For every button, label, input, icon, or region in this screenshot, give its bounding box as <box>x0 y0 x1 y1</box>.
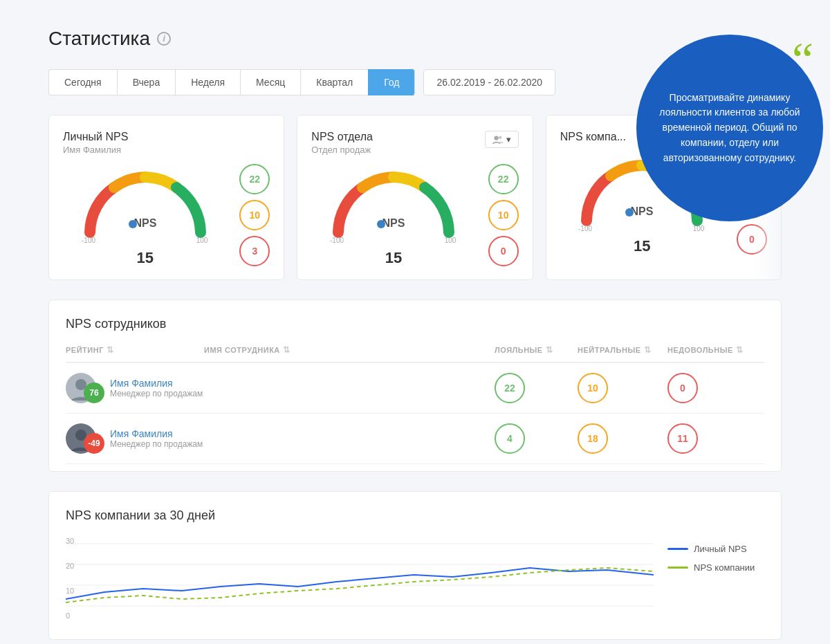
tab-today[interactable]: Сегодня <box>48 69 117 95</box>
badge-detractor-company: 0 <box>737 224 767 255</box>
chart-legend: Личный NPS NPS компании <box>667 537 764 625</box>
svg-text:NPS: NPS <box>133 217 156 229</box>
badge-detractor-personal: 3 <box>239 236 270 266</box>
th-rating: РЕЙТИНГ ⇅ <box>66 345 204 355</box>
employees-section: NPS сотрудников РЕЙТИНГ ⇅ ИМЯ СОТРУДНИКА… <box>48 300 782 472</box>
tab-yesterday[interactable]: Вчера <box>117 69 176 95</box>
employee-role-2: Менеджер по продажам <box>110 439 203 449</box>
nps-dept-badges: 22 10 0 <box>488 164 519 266</box>
nps-company-value: 15 <box>560 237 724 255</box>
svg-text:-100: -100 <box>578 225 592 232</box>
tab-week[interactable]: Неделя <box>175 69 240 95</box>
svg-text:-100: -100 <box>330 237 344 244</box>
svg-point-7 <box>377 220 385 228</box>
tooltip-bubble: “ Просматривайте динамику лояльности кли… <box>636 35 823 221</box>
nps-card-personal-title: Личный NPS <box>63 131 270 143</box>
svg-point-4 <box>494 136 498 140</box>
th-name: ИМЯ СОТРУДНИКА ⇅ <box>204 345 495 355</box>
legend-item-personal: Личный NPS <box>667 544 764 554</box>
neutral-badge-1: 10 <box>578 373 608 403</box>
unsatisfied-cell-1: 0 <box>667 373 764 403</box>
loyal-badge-2: 4 <box>495 423 525 454</box>
tooltip-text: Просматривайте динамику лояльности клиен… <box>636 70 823 186</box>
svg-text:100: 100 <box>196 237 208 244</box>
nps-card-department: NPS отдела Отдел продаж ▾ <box>297 115 533 280</box>
neutral-badge-2: 18 <box>578 423 608 454</box>
date-range: 26.02.2019 - 26.02.2020 <box>423 69 555 95</box>
sort-loyal-icon[interactable]: ⇅ <box>546 345 553 355</box>
y-label-20: 20 <box>66 562 74 570</box>
department-select-button[interactable]: ▾ <box>485 131 519 148</box>
nps-dept-value: 15 <box>311 249 475 267</box>
svg-text:NPS: NPS <box>382 217 405 229</box>
loyal-badge-1: 22 <box>495 373 525 403</box>
y-label-10: 10 <box>66 587 74 595</box>
neutral-cell-2: 18 <box>578 423 667 454</box>
th-unsatisfied: НЕДОВОЛЬНЫЕ ⇅ <box>667 345 764 355</box>
svg-point-1 <box>129 220 137 228</box>
badge-detractor-dept: 0 <box>488 236 519 266</box>
unsat-badge-2: 11 <box>667 423 698 454</box>
employees-section-title: NPS сотрудников <box>66 317 764 331</box>
employee-cell-1: 76 Имя Фамилия Менеджер по продажам <box>66 373 204 403</box>
chart-svg <box>66 537 654 620</box>
th-neutral: НЕЙТРАЛЬНЫЕ ⇅ <box>578 345 667 355</box>
score-badge-1: 76 <box>84 383 104 403</box>
svg-text:NPS: NPS <box>631 205 654 217</box>
sort-name-icon[interactable]: ⇅ <box>283 345 290 355</box>
nps-card-personal-subtitle: Имя Фамилия <box>63 145 270 155</box>
neutral-cell-1: 10 <box>578 373 667 403</box>
svg-text:-100: -100 <box>82 237 95 244</box>
page-title: Статистика i <box>48 28 782 50</box>
nps-card-personal: Личный NPS Имя Фамилия NP <box>48 115 284 280</box>
employee-role-1: Менеджер по продажам <box>110 389 203 398</box>
table-row: -49 Имя Фамилия Менеджер по продажам 4 1… <box>66 414 764 464</box>
badge-neutral-personal: 10 <box>239 200 270 230</box>
chart-section: NPS компании за 30 дней <box>48 491 782 640</box>
legend-line-personal <box>667 548 688 550</box>
y-label-0: 0 <box>66 611 74 620</box>
unsatisfied-cell-2: 11 <box>667 423 764 454</box>
employee-name-2[interactable]: Имя Фамилия <box>110 428 203 439</box>
tab-month[interactable]: Месяц <box>240 69 300 95</box>
chart-main: 30 20 10 0 <box>66 537 654 625</box>
legend-item-company: NPS компании <box>667 562 764 573</box>
unsat-badge-1: 0 <box>667 373 698 403</box>
chart-section-title: NPS компании за 30 дней <box>66 508 764 523</box>
legend-label-company: NPS компании <box>694 562 755 573</box>
employee-name-1[interactable]: Имя Фамилия <box>110 378 203 389</box>
nps-personal-value: 15 <box>63 249 227 267</box>
svg-text:100: 100 <box>693 225 705 232</box>
legend-label-personal: Личный NPS <box>694 544 747 554</box>
sort-neutral-icon[interactable]: ⇅ <box>644 345 652 355</box>
loyal-cell-1: 22 <box>495 373 578 403</box>
sort-unsatisfied-icon[interactable]: ⇅ <box>736 345 744 355</box>
svg-text:100: 100 <box>445 237 456 244</box>
people-icon <box>492 135 504 145</box>
badge-loyal-dept: 22 <box>488 164 519 194</box>
loyal-cell-2: 4 <box>495 423 578 454</box>
nps-card-dept-subtitle: Отдел продаж <box>311 145 373 155</box>
legend-line-company <box>667 567 688 569</box>
score-badge-2: -49 <box>84 433 104 454</box>
badge-neutral-dept: 10 <box>488 200 519 230</box>
table-row: 76 Имя Фамилия Менеджер по продажам 22 1… <box>66 363 764 414</box>
nps-personal-badges: 22 10 3 <box>239 164 270 266</box>
sort-rating-icon[interactable]: ⇅ <box>107 345 114 355</box>
svg-point-5 <box>498 136 501 139</box>
y-label-30: 30 <box>66 537 74 545</box>
tab-quarter[interactable]: Квартал <box>300 69 368 95</box>
tab-year[interactable]: Год <box>368 69 415 95</box>
info-icon[interactable]: i <box>157 32 171 46</box>
th-loyal: ЛОЯЛЬНЫЕ ⇅ <box>495 345 578 355</box>
badge-loyal-personal: 22 <box>239 164 270 194</box>
svg-point-11 <box>625 208 634 217</box>
nps-card-dept-title: NPS отдела <box>311 131 373 143</box>
dept-select-arrow: ▾ <box>506 134 511 145</box>
employees-table-header: РЕЙТИНГ ⇅ ИМЯ СОТРУДНИКА ⇅ ЛОЯЛЬНЫЕ ⇅ НЕ… <box>66 345 764 363</box>
employee-cell-2: -49 Имя Фамилия Менеджер по продажам <box>66 423 204 454</box>
